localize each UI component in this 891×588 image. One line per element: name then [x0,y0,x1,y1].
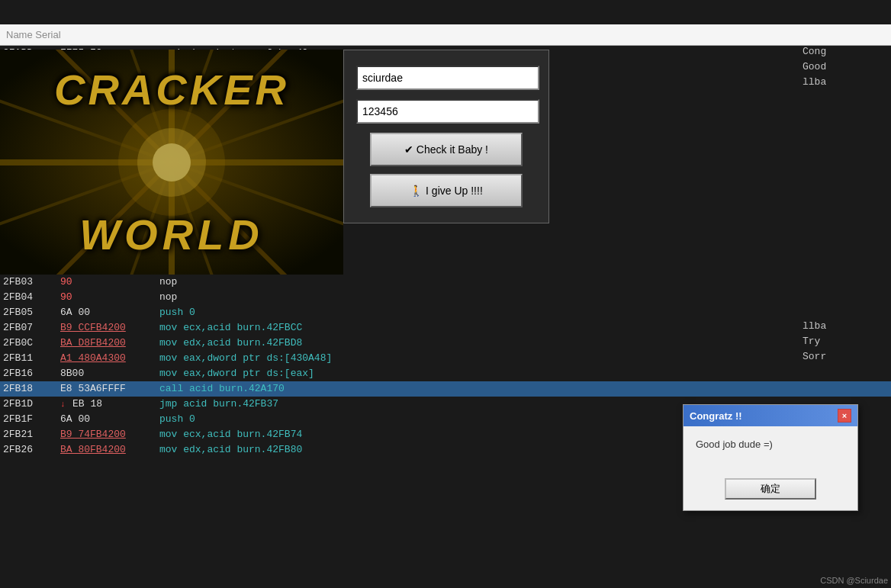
bytes-cell: B9 74FB4200 [60,427,159,442]
bytes-cell: 6A 00 [60,412,159,427]
instr-cell: mov edx,acid burn.42FBD8 [159,336,888,351]
congratz-ok-button[interactable]: 确定 [725,478,816,500]
table-row[interactable]: 2FB16 8B00 mov eax,dword ptr ds:[eax] [0,366,891,381]
congratz-dialog: Congratz !! × Good job dude =) 确定 [683,404,858,511]
name-input[interactable] [356,66,539,90]
addr-cell: 2FB18 [3,381,60,397]
bytes-cell: A1 480A4300 [60,351,159,366]
right-panel-spacer [799,92,891,320]
congratz-title: Congratz !! [690,410,742,422]
jump-arrow-icon: ↓ [60,397,72,412]
instr-cell: mov ecx,acid burn.42FBCC [159,320,888,336]
table-row[interactable]: 2FB04 90 nop [0,290,891,305]
right-panel-row: Try [799,336,891,351]
bytes-cell: EB 18 [72,397,159,412]
cracker-title-bottom: WORLD [0,210,343,259]
name-serial-label: Name Serial [6,29,61,40]
instr-cell: nop [159,290,888,305]
bytes-cell: BA D8FB4200 [60,336,159,351]
right-panel-row: Sorr [799,351,891,366]
congratz-close-button[interactable]: × [838,409,851,423]
instr-cell: mov eax,dword ptr ds:[430A48] [159,351,888,366]
bytes-cell: 90 [60,275,159,290]
addr-cell: 2FB16 [3,366,60,381]
cracker-app-window: CRACKER WORLD [0,50,343,275]
svg-point-19 [118,109,225,216]
name-serial-bar: Name Serial [0,24,891,46]
cracker-background: CRACKER WORLD [0,50,343,275]
instr-cell: call acid burn.42A170 [159,381,888,397]
addr-cell: 2FB03 [3,275,60,290]
table-row[interactable]: 2FB07 B9 CCFB4200 mov ecx,acid burn.42FB… [0,320,891,336]
instr-cell: mov eax,dword ptr ds:[eax] [159,366,888,381]
cracker-canvas: CRACKER WORLD [0,50,343,275]
table-row[interactable]: 2FB03 90 nop [0,275,891,290]
addr-cell: 2FB04 [3,290,60,305]
instr-cell: push 0 [159,305,888,320]
addr-cell: 2FB1F [3,412,60,427]
congratz-body: Good job dude =) [684,426,857,472]
bytes-cell: B9 CCFB4200 [60,320,159,336]
addr-cell: 2FB26 [3,442,60,458]
table-row[interactable]: 2FB11 A1 480A4300 mov eax,dword ptr ds:[… [0,351,891,366]
congratz-message: Good job dude =) [696,439,773,450]
serial-dialog: ✔ Check it Baby ! 🚶 I give Up !!!! [343,50,549,223]
bytes-cell: 8B00 [60,366,159,381]
serial-input[interactable] [356,99,539,124]
right-panel-row: llba [799,76,891,92]
give-up-button[interactable]: 🚶 I give Up !!!! [370,174,523,207]
addr-cell: 2FB05 [3,305,60,320]
right-panel-row: llba [799,320,891,336]
addr-cell: 2FB07 [3,320,60,336]
bytes-cell: 90 [60,290,159,305]
addr-cell: 2FB11 [3,351,60,366]
right-panel-row: Cong [799,46,891,61]
bytes-cell: BA 80FB4200 [60,442,159,458]
addr-cell: 2FB1D [3,397,60,412]
check-baby-button[interactable]: ✔ Check it Baby ! [370,133,523,166]
congratz-titlebar: Congratz !! × [684,405,857,426]
bytes-cell: E8 53A6FFFF [60,381,159,397]
right-panel: Cong Good llba llba Try Sorr [799,46,891,366]
table-row[interactable]: 2FB05 6A 00 push 0 [0,305,891,320]
bytes-cell: 6A 00 [60,305,159,320]
table-row[interactable]: 2FB0C BA D8FB4200 mov edx,acid burn.42FB… [0,336,891,351]
instr-cell: nop [159,275,888,290]
watermark: CSDN @Sciurdae [820,576,888,585]
table-row[interactable]: 2FB18 E8 53A6FFFF call acid burn.42A170 [0,381,891,397]
cracker-title-top: CRACKER [0,65,343,114]
addr-cell: 2FB0C [3,336,60,351]
right-panel-row: Good [799,61,891,76]
addr-cell: 2FB21 [3,427,60,442]
